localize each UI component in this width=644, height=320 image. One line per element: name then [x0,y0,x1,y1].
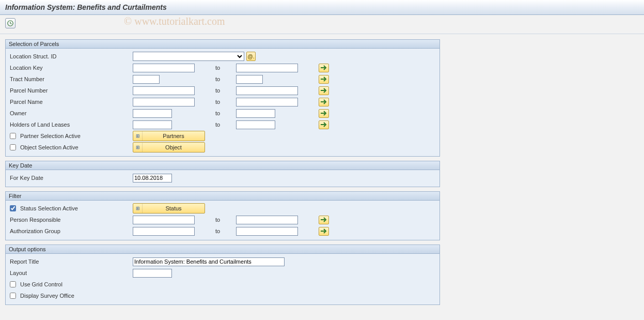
object-selection-checkbox[interactable] [10,144,16,150]
label-layout: Layout [9,270,133,276]
use-grid-checkbox[interactable] [10,281,16,287]
label-location-struct-id: Location Struct. ID [9,53,133,59]
object-button[interactable]: ⊞ Object [133,142,205,153]
to-label: to [215,99,236,105]
label-person-responsible: Person Responsible [9,217,133,223]
page-title: Information System: Benefits and Curtail… [0,0,644,15]
tract-number-from-input[interactable] [133,75,160,84]
to-label: to [215,121,236,128]
display-survey-checkbox[interactable] [10,293,16,299]
parcel-number-from-input[interactable] [133,86,195,95]
expand-icon: ⊞ [133,143,143,152]
holders-multi-button[interactable] [319,120,329,129]
label-owner: Owner [9,110,133,116]
expand-icon: ⊞ [133,131,143,141]
partner-selection-checkbox[interactable] [10,133,16,139]
group-title: Filter [6,192,439,201]
label-display-survey: Display Survey Office [20,293,74,299]
label-for-key-date: For Key Date [9,175,133,181]
to-label: to [215,76,236,82]
label-location-key: Location Key [9,65,133,71]
partners-button[interactable]: ⊞ Partners [133,131,205,141]
location-struct-id-help-button[interactable]: @. [246,52,256,61]
location-key-from-input[interactable] [133,64,195,72]
tract-number-to-input[interactable] [236,75,263,84]
arrow-right-icon [321,65,327,70]
toolbar [0,15,644,34]
status-selection-checkbox[interactable] [10,205,16,211]
parcel-number-to-input[interactable] [236,86,298,95]
arrow-right-icon [321,228,327,234]
for-key-date-input[interactable] [133,174,172,182]
label-holders: Holders of Land Leases [9,121,133,128]
location-key-to-input[interactable] [236,64,298,72]
arrow-right-icon [321,88,327,93]
execute-button[interactable] [5,18,15,28]
label-report-title: Report Title [9,258,133,265]
owner-to-input[interactable] [236,109,275,118]
to-label: to [215,110,236,116]
holders-from-input[interactable] [133,120,172,129]
location-key-multi-button[interactable] [319,64,329,72]
group-title: Output options [6,245,439,254]
person-responsible-multi-button[interactable] [319,216,329,224]
layout-input[interactable] [133,269,172,278]
arrow-right-icon [321,99,327,104]
label-auth-group: Authorization Group [9,228,133,234]
group-title: Selection of Parcels [6,40,439,49]
arrow-right-icon [321,111,327,116]
parcel-number-multi-button[interactable] [319,86,329,95]
arrow-right-icon [321,217,327,222]
label-status-selection: Status Selection Active [20,205,78,211]
group-filter: Filter Status Selection Active ⊞ Status … [5,191,440,240]
group-selection-of-parcels: Selection of Parcels Location Struct. ID… [5,39,440,157]
to-label: to [215,228,236,234]
owner-from-input[interactable] [133,109,172,118]
group-output-options: Output options Report Title Layout Use G… [5,245,440,305]
arrow-right-icon [321,77,327,82]
parcel-name-to-input[interactable] [236,98,298,106]
parcel-name-multi-button[interactable] [319,98,329,106]
auth-group-from-input[interactable] [133,227,195,236]
expand-icon: ⊞ [133,204,143,213]
report-title-input[interactable] [133,257,285,266]
to-label: to [215,217,236,223]
tract-number-multi-button[interactable] [319,75,329,84]
to-label: to [215,65,236,71]
clock-icon [7,20,14,27]
holders-to-input[interactable] [236,120,275,129]
location-struct-id-select[interactable] [133,52,244,61]
auth-group-to-input[interactable] [236,227,298,236]
parcel-name-from-input[interactable] [133,98,195,106]
label-tract-number: Tract Number [9,76,133,82]
arrow-right-icon [321,122,327,127]
label-partner-selection: Partner Selection Active [20,133,81,139]
owner-multi-button[interactable] [319,109,329,118]
label-parcel-number: Parcel Number [9,87,133,94]
person-responsible-from-input[interactable] [133,216,195,224]
group-title: Key Date [6,161,439,170]
label-object-selection: Object Selection Active [20,144,78,150]
label-parcel-name: Parcel Name [9,99,133,105]
group-key-date: Key Date For Key Date [5,161,440,187]
status-button[interactable]: ⊞ Status [133,203,205,214]
person-responsible-to-input[interactable] [236,216,298,224]
auth-group-multi-button[interactable] [319,227,329,236]
label-use-grid: Use Grid Control [20,281,62,287]
to-label: to [215,87,236,94]
